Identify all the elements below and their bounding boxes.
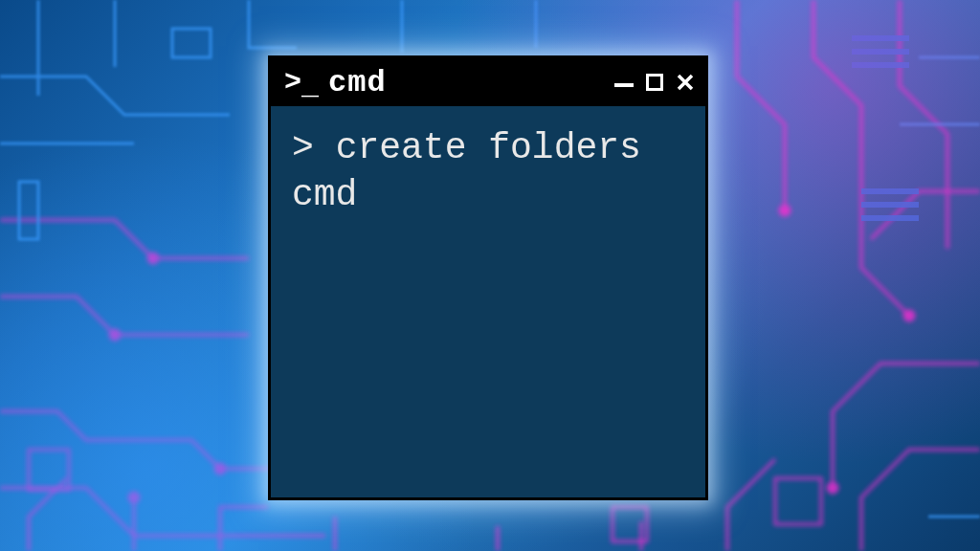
window-controls	[613, 72, 696, 93]
titlebar[interactable]: >_ cmd	[271, 58, 705, 106]
minimize-button[interactable]	[613, 72, 635, 93]
close-icon	[676, 73, 695, 92]
maximize-icon	[646, 74, 663, 91]
window-title: cmd	[328, 65, 604, 100]
close-button[interactable]	[675, 72, 696, 93]
terminal-window: >_ cmd > create folders cmd	[268, 55, 708, 500]
terminal-body[interactable]: > create folders cmd	[271, 106, 705, 237]
terminal-prompt-icon: >_	[284, 68, 319, 97]
prompt-symbol: >	[292, 127, 314, 168]
minimize-icon	[614, 77, 634, 87]
maximize-button[interactable]	[644, 72, 665, 93]
command-line: > create folders cmd	[292, 127, 641, 215]
command-text: create folders cmd	[292, 127, 641, 215]
